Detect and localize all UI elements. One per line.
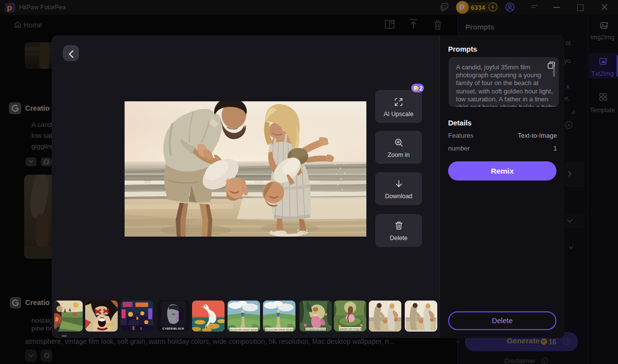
svg-text:JARDIN MYSTIQUE: JARDIN MYSTIQUE [338,328,361,331]
svg-text:CYBER/BLOCK: CYBER/BLOCK [163,327,184,330]
svg-text:EMERALD MEADOW JOURNEY: EMERALD MEADOW JOURNEY [228,329,260,331]
svg-text:LE JARDIN DES REVES: LE JARDIN DES REVES [304,328,327,331]
svg-text:EMERALD MEADOW JOURNEY: EMERALD MEADOW JOURNEY [263,329,295,331]
